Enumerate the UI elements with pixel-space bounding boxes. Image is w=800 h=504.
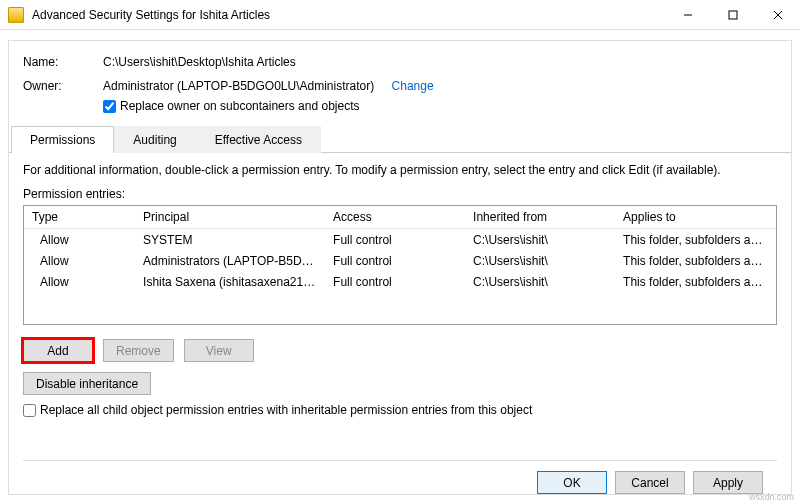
- title-bar: Advanced Security Settings for Ishita Ar…: [0, 0, 800, 30]
- view-button[interactable]: View: [184, 339, 254, 362]
- permission-grid[interactable]: Type Principal Access Inherited from App…: [23, 205, 777, 325]
- hint-text: For additional information, double-click…: [23, 163, 777, 177]
- replace-child-checkbox[interactable]: [23, 404, 36, 417]
- owner-label: Owner:: [23, 79, 103, 93]
- col-type[interactable]: Type: [24, 206, 135, 229]
- cell-applies: This folder, subfolders and files: [615, 271, 776, 292]
- name-value: C:\Users\ishit\Desktop\Ishita Articles: [103, 55, 777, 69]
- cell-inherited: C:\Users\ishit\: [465, 229, 615, 251]
- disable-inheritance-button[interactable]: Disable inheritance: [23, 372, 151, 395]
- owner-value: Administrator (LAPTOP-B5DGO0LU\Administr…: [103, 79, 374, 93]
- cell-principal: Ishita Saxena (ishitasaxena2109...: [135, 271, 325, 292]
- cell-inherited: C:\Users\ishit\: [465, 271, 615, 292]
- cell-principal: SYSTEM: [135, 229, 325, 251]
- cell-principal: Administrators (LAPTOP-B5DGO...: [135, 250, 325, 271]
- add-button[interactable]: Add: [23, 339, 93, 362]
- minimize-button[interactable]: [665, 0, 710, 29]
- cell-access: Full control: [325, 271, 465, 292]
- tab-bar: Permissions Auditing Effective Access: [9, 125, 791, 153]
- cell-applies: This folder, subfolders and files: [615, 229, 776, 251]
- maximize-button[interactable]: [710, 0, 755, 29]
- watermark: wsxdn.com: [749, 492, 794, 502]
- table-row[interactable]: AllowIshita Saxena (ishitasaxena2109...F…: [24, 271, 776, 292]
- replace-owner-checkbox[interactable]: [103, 100, 116, 113]
- folder-icon: [8, 7, 24, 23]
- tab-auditing[interactable]: Auditing: [114, 126, 195, 153]
- svg-rect-1: [729, 11, 737, 19]
- name-label: Name:: [23, 55, 103, 69]
- tab-effective-access[interactable]: Effective Access: [196, 126, 321, 153]
- col-principal[interactable]: Principal: [135, 206, 325, 229]
- window-title: Advanced Security Settings for Ishita Ar…: [32, 8, 665, 22]
- cell-type: Allow: [32, 229, 135, 251]
- tab-permissions[interactable]: Permissions: [11, 126, 114, 153]
- cancel-button[interactable]: Cancel: [615, 471, 685, 494]
- replace-child-label: Replace all child object permission entr…: [40, 403, 532, 417]
- change-owner-link[interactable]: Change: [392, 79, 434, 93]
- cell-access: Full control: [325, 250, 465, 271]
- table-row[interactable]: AllowSYSTEMFull controlC:\Users\ishit\Th…: [24, 229, 776, 251]
- apply-button[interactable]: Apply: [693, 471, 763, 494]
- col-access[interactable]: Access: [325, 206, 465, 229]
- cell-type: Allow: [32, 271, 135, 292]
- ok-button[interactable]: OK: [537, 471, 607, 494]
- col-inherited[interactable]: Inherited from: [465, 206, 615, 229]
- cell-access: Full control: [325, 229, 465, 251]
- entries-label: Permission entries:: [23, 187, 777, 201]
- cell-inherited: C:\Users\ishit\: [465, 250, 615, 271]
- replace-owner-label: Replace owner on subcontainers and objec…: [120, 99, 359, 113]
- remove-button[interactable]: Remove: [103, 339, 174, 362]
- dialog-body: Name: C:\Users\ishit\Desktop\Ishita Arti…: [8, 40, 792, 495]
- close-button[interactable]: [755, 0, 800, 29]
- table-row[interactable]: AllowAdministrators (LAPTOP-B5DGO...Full…: [24, 250, 776, 271]
- col-applies[interactable]: Applies to: [615, 206, 776, 229]
- cell-applies: This folder, subfolders and files: [615, 250, 776, 271]
- cell-type: Allow: [32, 250, 135, 271]
